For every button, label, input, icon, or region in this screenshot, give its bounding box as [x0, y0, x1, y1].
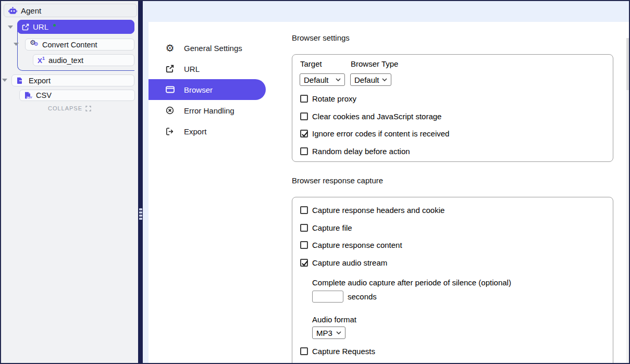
gears-icon: ⚙⚙	[30, 40, 39, 49]
tree-item-label: Agent	[21, 6, 41, 15]
checkbox-box[interactable]	[300, 112, 308, 120]
collapse-label: COLLAPSE	[48, 105, 82, 111]
workflow-sidebar: Agent URL ⚙⚙ Convert Content X1 audio_te…	[1, 1, 138, 363]
nav-item-error-handling[interactable]: Error Handling	[149, 100, 274, 121]
checkbox-capture-file[interactable]: Capture file	[300, 223, 352, 232]
checkbox-box[interactable]	[300, 95, 308, 103]
target-select[interactable]: Default	[300, 73, 345, 86]
app-window: Agent URL ⚙⚙ Convert Content X1 audio_te…	[0, 0, 630, 364]
checkbox-clear-cookies[interactable]: Clear cookies and JavaScript storage	[300, 112, 441, 121]
nav-item-label: Export	[184, 127, 206, 136]
svg-text:CSV: CSV	[27, 96, 32, 99]
checkbox-label: Capture Requests	[312, 347, 375, 356]
status-dot	[53, 24, 56, 27]
silence-input-row: seconds	[312, 291, 377, 303]
audio-format-select-value: MP3	[316, 329, 332, 337]
panel-splitter[interactable]	[138, 1, 143, 363]
checkbox-box[interactable]	[300, 130, 308, 137]
section-title-response-capture: Browser response capture	[292, 176, 383, 185]
collapse-caret-export[interactable]	[2, 79, 7, 82]
tree-item-csv[interactable]: CSV CSV	[19, 90, 135, 101]
checkbox-box[interactable]	[300, 347, 308, 355]
scrollbar-thumb[interactable]	[626, 38, 629, 90]
tree-item-url[interactable]: URL	[17, 20, 134, 34]
collapse-brackets-icon	[85, 106, 91, 111]
checkbox-capture-audio-stream[interactable]: Capture audio stream	[300, 258, 387, 267]
nav-item-label: Error Handling	[184, 106, 234, 115]
browser-settings-box: Target Browser Type Default Default Rota…	[292, 54, 613, 162]
audio-format-label: Audio format	[312, 315, 356, 324]
nav-item-label: Browser	[184, 85, 213, 94]
splitter-drag-handle[interactable]	[139, 208, 142, 220]
export-icon	[164, 128, 176, 135]
nav-item-export[interactable]: Export	[149, 121, 274, 142]
checkbox-random-delay[interactable]: Random delay before action	[300, 147, 410, 156]
chevron-down-icon	[382, 78, 387, 81]
main-area: ⚙ General Settings URL	[143, 1, 629, 363]
checkbox-box[interactable]	[300, 224, 308, 232]
export-file-icon	[16, 77, 25, 84]
audio-format-select[interactable]: MP3	[312, 327, 345, 339]
nav-item-label: General Settings	[184, 44, 242, 53]
tree-item-label: CSV	[36, 91, 52, 99]
checkbox-box[interactable]	[300, 241, 308, 249]
settings-panel: ⚙ General Settings URL	[149, 22, 629, 363]
browser-type-label: Browser Type	[351, 59, 398, 68]
error-circle-icon	[164, 106, 176, 115]
browser-type-select-value: Default	[354, 76, 379, 84]
checkbox-capture-content[interactable]: Capture response content	[300, 241, 402, 249]
gear-icon: ⚙	[164, 43, 176, 53]
checkbox-label: Clear cookies and JavaScript storage	[312, 112, 441, 121]
checkbox-label: Capture file	[312, 223, 352, 232]
tree-item-export[interactable]: Export	[11, 74, 134, 86]
seconds-unit-label: seconds	[348, 292, 377, 301]
chevron-down-icon	[336, 331, 341, 334]
checkbox-label: Capture audio stream	[312, 258, 387, 267]
checkbox-box[interactable]	[300, 147, 308, 155]
tree-item-agent[interactable]: Agent	[4, 4, 137, 17]
checkbox-capture-requests[interactable]: Capture Requests	[300, 347, 375, 356]
chevron-down-icon	[336, 78, 341, 81]
robot-icon	[8, 7, 17, 15]
target-label: Target	[300, 59, 322, 68]
checkbox-ignore-error-codes[interactable]: Ignore error codes if content is receive…	[300, 129, 449, 138]
tree-item-label: Convert Content	[42, 41, 97, 49]
nav-item-browser[interactable]: Browser	[149, 79, 266, 100]
silence-seconds-input[interactable]	[312, 291, 343, 303]
checkbox-label: Random delay before action	[312, 147, 410, 156]
checkbox-label: Capture response headers and cookie	[312, 206, 444, 215]
checkbox-label: Capture response content	[312, 241, 402, 249]
checkbox-capture-headers[interactable]: Capture response headers and cookie	[300, 206, 444, 215]
external-link-icon	[22, 23, 29, 31]
collapse-caret-url[interactable]	[8, 26, 13, 29]
checkbox-box[interactable]	[300, 206, 308, 214]
nav-item-general-settings[interactable]: ⚙ General Settings	[149, 37, 274, 58]
nav-item-url[interactable]: URL	[149, 58, 274, 79]
browser-type-select[interactable]: Default	[350, 73, 391, 86]
tree-item-label: Export	[29, 77, 51, 85]
nav-item-label: URL	[184, 65, 200, 73]
external-link-icon	[164, 65, 176, 73]
collapse-all-button[interactable]: COLLAPSE	[1, 105, 138, 111]
target-select-value: Default	[304, 76, 329, 84]
checkbox-box[interactable]	[300, 259, 308, 267]
tree-item-audio-text[interactable]: X1 audio_text	[33, 54, 134, 66]
silence-label: Complete audio capture after periode of …	[312, 278, 511, 287]
checkbox-rotate-proxy[interactable]: Rotate proxy	[300, 94, 356, 103]
tree-item-label: audio_text	[48, 56, 83, 65]
scrollbar-track[interactable]	[626, 38, 629, 363]
section-title-browser-settings: Browser settings	[292, 33, 350, 42]
checkbox-label: Ignore error codes if content is receive…	[312, 129, 449, 138]
browser-window-icon	[164, 86, 176, 93]
tree-item-convert-content[interactable]: ⚙⚙ Convert Content	[25, 39, 134, 51]
response-capture-box: Capture response headers and cookie Capt…	[292, 197, 613, 363]
collapse-caret-convert[interactable]	[14, 43, 19, 46]
csv-file-icon: CSV	[24, 92, 32, 99]
x1-variable-icon: X1	[38, 56, 45, 65]
tree-item-label: URL	[33, 22, 48, 31]
settings-nav: ⚙ General Settings URL	[149, 37, 274, 142]
checkbox-label: Rotate proxy	[312, 94, 356, 103]
